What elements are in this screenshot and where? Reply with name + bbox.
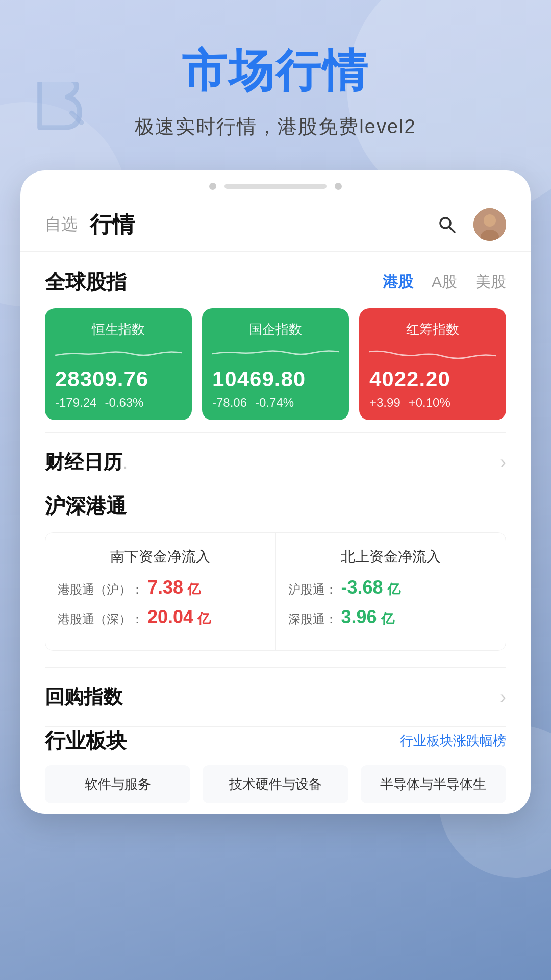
- tab-hk[interactable]: 港股: [383, 272, 413, 292]
- index-cards: 恒生指数 28309.76 -179.24 -0.63% 国企指数: [45, 308, 506, 420]
- hero-title: 市场行情: [31, 41, 520, 102]
- hstong-section: 沪深港通 南下资金净流入 港股通（沪）： 7.38 亿 港股通（深）： 20.0…: [20, 492, 531, 667]
- svg-line-2: [449, 227, 455, 233]
- search-button[interactable]: [435, 212, 459, 237]
- huigou-chevron-icon: ›: [500, 687, 506, 708]
- hstong-north-title: 北上资金净流入: [288, 547, 494, 567]
- card-header: 自选 行情: [20, 194, 531, 252]
- tab-a[interactable]: A股: [432, 272, 457, 292]
- hstong-row-2: 港股通（深）： 20.04 亿: [58, 606, 263, 628]
- hstong-row-4: 深股通： 3.96 亿: [288, 606, 494, 628]
- hstong-value-1: 7.38: [147, 577, 183, 598]
- hstong-row-3: 沪股通： -3.68 亿: [288, 577, 494, 598]
- hstong-unit-2: 亿: [197, 610, 211, 628]
- hcci-value: 4022.20: [369, 367, 496, 391]
- caijing-rili-row[interactable]: 财经日历. ›: [20, 433, 531, 492]
- huigou-title: 回购指数: [45, 684, 122, 710]
- hero-section: 市场行情 极速实时行情，港股免费level2: [0, 0, 551, 170]
- header-icons: [435, 208, 506, 241]
- hsi-change1: -179.24: [55, 396, 96, 410]
- dots-indicator: [20, 170, 531, 194]
- hstong-label-3: 沪股通：: [288, 581, 337, 598]
- hcci-change2: +0.10%: [409, 396, 450, 410]
- global-index-section: 全球股指 港股 A股 美股 恒生指数 28309.76 -179.24: [20, 252, 531, 432]
- svg-point-4: [484, 214, 496, 227]
- industry-item-2[interactable]: 技术硬件与设备: [203, 765, 348, 803]
- index-card-hcci[interactable]: 红筹指数 4022.20 +3.99 +0.10%: [359, 308, 506, 420]
- industry-name-2: 技术硬件与设备: [229, 776, 322, 792]
- caijing-title: 财经日历.: [45, 449, 128, 475]
- nav-hangqing[interactable]: 行情: [90, 210, 435, 240]
- hstong-value-4: 3.96: [341, 606, 377, 628]
- industry-link[interactable]: 行业板块涨跌幅榜: [400, 732, 506, 750]
- hstong-label-2: 港股通（深）：: [58, 611, 143, 627]
- hcci-change1: +3.99: [369, 396, 400, 410]
- hstong-north-col: 北上资金净流入 沪股通： -3.68 亿 深股通： 3.96 亿: [276, 533, 506, 650]
- hscei-name: 国企指数: [212, 321, 339, 338]
- tab-us[interactable]: 美股: [475, 272, 506, 292]
- dot-right: [335, 183, 342, 190]
- hstong-south-col: 南下资金净流入 港股通（沪）： 7.38 亿 港股通（深）： 20.04 亿: [45, 533, 276, 650]
- hstong-value-3: -3.68: [341, 577, 383, 598]
- nav-zixuan[interactable]: 自选: [45, 213, 78, 236]
- hsi-name: 恒生指数: [55, 321, 182, 338]
- hstong-title: 沪深港通: [45, 492, 506, 520]
- hscei-change2: -0.74%: [255, 396, 294, 410]
- hcci-changes: +3.99 +0.10%: [369, 396, 496, 410]
- hstong-grid: 南下资金净流入 港股通（沪）： 7.38 亿 港股通（深）： 20.04 亿 北…: [45, 532, 506, 651]
- industry-name-1: 软件与服务: [85, 776, 151, 792]
- hsi-changes: -179.24 -0.63%: [55, 396, 182, 410]
- huigou-row[interactable]: 回购指数 ›: [20, 668, 531, 726]
- industry-items: 软件与服务 技术硬件与设备 半导体与半导体生: [45, 765, 506, 803]
- hstong-unit-1: 亿: [187, 580, 201, 598]
- avatar-image: [473, 208, 506, 241]
- industry-item-1[interactable]: 软件与服务: [45, 765, 190, 803]
- industry-header: 行业板块 行业板块涨跌幅榜: [45, 727, 506, 755]
- caijing-chevron-icon: ›: [500, 452, 506, 473]
- hstong-south-title: 南下资金净流入: [58, 547, 263, 567]
- hstong-row-1: 港股通（沪）： 7.38 亿: [58, 577, 263, 598]
- hstong-value-2: 20.04: [147, 606, 193, 628]
- market-tabs: 港股 A股 美股: [383, 272, 506, 292]
- hscei-change1: -78.06: [212, 396, 247, 410]
- hscei-changes: -78.06 -0.74%: [212, 396, 339, 410]
- index-card-hscei[interactable]: 国企指数 10469.80 -78.06 -0.74%: [202, 308, 349, 420]
- main-card: 自选 行情 全: [20, 170, 531, 814]
- hstong-label-4: 深股通：: [288, 611, 337, 627]
- hsi-value: 28309.76: [55, 367, 182, 391]
- hcci-wave: [369, 342, 496, 363]
- hero-subtitle: 极速实时行情，港股免费level2: [31, 114, 520, 140]
- hscei-wave: [212, 342, 339, 363]
- industry-section: 行业板块 行业板块涨跌幅榜 软件与服务 技术硬件与设备 半导体与半导体生: [20, 727, 531, 814]
- index-card-hsi[interactable]: 恒生指数 28309.76 -179.24 -0.63%: [45, 308, 192, 420]
- industry-title: 行业板块: [45, 727, 127, 755]
- hsi-wave: [55, 342, 182, 363]
- hscei-value: 10469.80: [212, 367, 339, 391]
- dot-line: [224, 184, 327, 189]
- industry-item-3[interactable]: 半导体与半导体生: [361, 765, 506, 803]
- hstong-unit-4: 亿: [381, 610, 394, 628]
- industry-name-3: 半导体与半导体生: [380, 776, 486, 792]
- hcci-name: 红筹指数: [369, 321, 496, 338]
- global-index-header: 全球股指 港股 A股 美股: [45, 268, 506, 296]
- hsi-change2: -0.63%: [105, 396, 143, 410]
- global-index-title: 全球股指: [45, 268, 127, 296]
- hstong-unit-3: 亿: [387, 580, 400, 598]
- avatar[interactable]: [473, 208, 506, 241]
- hstong-label-1: 港股通（沪）：: [58, 581, 143, 598]
- dot-left: [209, 183, 216, 190]
